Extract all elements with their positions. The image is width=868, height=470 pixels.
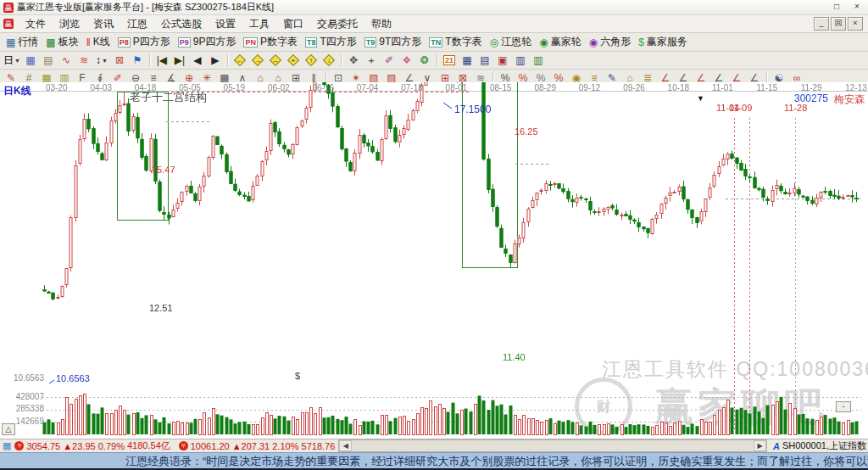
status-bar: ▦ ￥ 3054.75 ▲23.95 0.79% 4180.54亿 ￥ 1006… xyxy=(0,439,868,452)
date-tick: 07-04 xyxy=(357,83,379,92)
p-square-button-icon: P8 xyxy=(118,37,131,48)
timeline-chart-icon[interactable]: ∿ xyxy=(58,53,75,67)
sz-index-value[interactable]: 10061.20 xyxy=(191,441,230,451)
winner-wheel-button[interactable]: ◉赢家轮 xyxy=(536,35,584,49)
expand-v-diamond[interactable]: ↑ xyxy=(303,53,320,67)
scrollbar-left-arrow[interactable]: ◀ xyxy=(339,440,352,451)
restore-button[interactable]: □ xyxy=(829,2,844,13)
menu-item-1[interactable]: 文件 xyxy=(19,16,53,32)
coordinate-icon[interactable]: ⊠ xyxy=(111,53,128,67)
expand-h-diamond[interactable]: ↔ xyxy=(267,53,284,67)
sectors-button-label: 板块 xyxy=(58,35,79,49)
p9-square-button[interactable]: P99P四方形 xyxy=(175,35,240,49)
next-icon[interactable]: ▶ xyxy=(207,53,224,67)
period-label[interactable]: 日K线 xyxy=(3,84,31,98)
quote-grid-icon[interactable]: ▦ xyxy=(3,440,11,451)
kline-button-icon: ‖ xyxy=(86,36,91,48)
menu-item-7[interactable]: 工具 xyxy=(242,16,276,32)
winner-service-button-icon: $ xyxy=(638,36,644,48)
date-tick: 05-19 xyxy=(224,83,246,92)
toolbar-separator xyxy=(437,54,437,66)
gann-quote-bar: 江恩经典语录：“时间是决定市场走势的重要因素，经过详细研究大市及个别股票的过往记… xyxy=(0,452,868,470)
high-price-annotation: 17.1500 xyxy=(454,104,491,115)
t-number-button-label: T数字表 xyxy=(445,35,481,49)
winner-service-button[interactable]: $赢家服务 xyxy=(635,35,691,49)
mdi-minimize-button[interactable]: _ xyxy=(814,17,829,31)
toolbar-separator xyxy=(341,54,342,66)
chart-scrollbar[interactable]: ◀ ▶ xyxy=(338,439,767,452)
menu-item-8[interactable]: 窗口 xyxy=(276,16,310,32)
kline-button[interactable]: ‖K线 xyxy=(83,35,114,49)
calculator-icon[interactable]: ▦ xyxy=(459,53,476,67)
fund-flow-icon[interactable]: ❂ xyxy=(416,53,433,67)
info-panel-icon[interactable]: ▤ xyxy=(40,53,57,67)
t-square-button-icon: T8 xyxy=(305,37,318,48)
download-icon[interactable]: ▥ xyxy=(530,53,547,67)
prev-icon[interactable]: ◀ xyxy=(189,53,206,67)
menu-item-6[interactable]: 设置 xyxy=(209,16,242,32)
quotes-button[interactable]: ▦行情 xyxy=(3,35,42,49)
sh-index-value[interactable]: 3054.75 xyxy=(26,441,60,451)
current-index-label[interactable]: SH000001,上证指数 xyxy=(782,439,866,452)
menu-bar: 赢 文件浏览资讯江恩公式选股设置工具窗口交易委托帮助 _回× xyxy=(0,15,868,33)
menu-item-4[interactable]: 江恩 xyxy=(120,16,154,32)
zoom-in-diamond[interactable]: + xyxy=(285,53,302,67)
save-layout-icon[interactable]: ▤ xyxy=(476,53,493,67)
p9-square-button-label: 9P四方形 xyxy=(193,35,236,49)
box2-top-label: 16.25 xyxy=(515,126,538,137)
period-selector[interactable]: 日▼ xyxy=(3,53,21,67)
sh-index-icon: ￥ xyxy=(14,441,24,450)
kline-button-label: K线 xyxy=(93,35,110,49)
date-tick: 06-02 xyxy=(268,83,290,92)
scroll-left-diamond[interactable]: ← xyxy=(231,53,248,67)
date-tick: 11-15 xyxy=(756,83,777,92)
winner-wheel-button-icon: ◉ xyxy=(539,36,548,48)
volume-axis-label-1: 428007 xyxy=(12,392,44,401)
quotes-button-icon: ▦ xyxy=(6,36,15,48)
p-number-button-label: P数字表 xyxy=(260,35,298,49)
p-square-button[interactable]: P8P四方形 xyxy=(114,35,174,49)
menu-item-5[interactable]: 公式选股 xyxy=(154,16,209,32)
layout-icon[interactable]: ▦ xyxy=(22,53,39,67)
date-tick: 11-29 xyxy=(801,83,822,92)
candle-chart-icon[interactable]: ≋ xyxy=(75,53,92,67)
calendar-icon[interactable]: 21 xyxy=(441,53,458,67)
measure-icon[interactable]: ✐ xyxy=(381,53,398,67)
menu-item-9[interactable]: 交易委托 xyxy=(310,16,364,32)
date-tick: 10-18 xyxy=(668,83,690,92)
dollar-marker: $ xyxy=(295,371,300,381)
toolbar-view: 日▼▦▤∿≋↕▼⊠⚑|◀▶|◀▶←→↔+↑↓✥＋✐❖❂21▦▤▣▥▥ xyxy=(0,52,868,70)
scrollbar-right-arrow[interactable]: ▶ xyxy=(754,440,766,451)
sz-index-change: ▲207.31 xyxy=(232,441,270,451)
chip-distribution-icon[interactable]: ❖ xyxy=(398,53,415,67)
flag-icon[interactable]: ⚑ xyxy=(129,53,146,67)
adjust-price-selector[interactable]: ↕▼ xyxy=(93,53,110,67)
toolbar-main: ▦行情▩板块‖K线P8P四方形P99P四方形PNP数字表T8T四方形T99T四方… xyxy=(0,33,868,52)
menu-item-10[interactable]: 帮助 xyxy=(364,16,398,32)
close-button[interactable]: × xyxy=(849,2,865,13)
menu-item-3[interactable]: 资讯 xyxy=(86,16,120,32)
t-square-button[interactable]: T8T四方形 xyxy=(302,35,360,49)
shrink-v-diamond[interactable]: ↓ xyxy=(320,53,337,67)
mdi-restore-button[interactable]: 回 xyxy=(831,17,846,31)
first-page-icon[interactable]: |◀ xyxy=(153,53,170,67)
candlestick-canvas[interactable] xyxy=(0,82,868,439)
save-disk-icon[interactable]: ▣ xyxy=(494,53,511,67)
sectors-button[interactable]: ▩板块 xyxy=(42,35,81,49)
crosshair-icon[interactable]: ＋ xyxy=(363,53,380,67)
last-page-icon[interactable]: ▶| xyxy=(171,53,188,67)
collapse-volume-button[interactable]: - xyxy=(836,401,851,412)
title-bar: 赢 赢家江恩专业版[赢家服务平台] - [梅安森 SZ300275-184日K线… xyxy=(0,0,868,15)
t9-square-button[interactable]: T99T四方形 xyxy=(361,35,426,49)
mdi-close-button[interactable]: × xyxy=(848,17,863,31)
hand-tool-icon[interactable]: ✥ xyxy=(345,53,362,67)
gann-wheel-button[interactable]: ◎江恩轮 xyxy=(487,35,535,49)
hexagon-button[interactable]: ◉六角形 xyxy=(586,35,634,49)
t-number-button[interactable]: TNT数字表 xyxy=(426,35,485,49)
scroll-right-diamond[interactable]: → xyxy=(249,53,266,67)
p-number-button[interactable]: PNP数字表 xyxy=(240,35,301,49)
expand-pane-button[interactable]: △ xyxy=(2,423,15,435)
menu-item-2[interactable]: 浏览 xyxy=(53,16,86,32)
winner-wheel-button-label: 赢家轮 xyxy=(551,35,581,49)
export-icon[interactable]: ▥ xyxy=(512,53,529,67)
